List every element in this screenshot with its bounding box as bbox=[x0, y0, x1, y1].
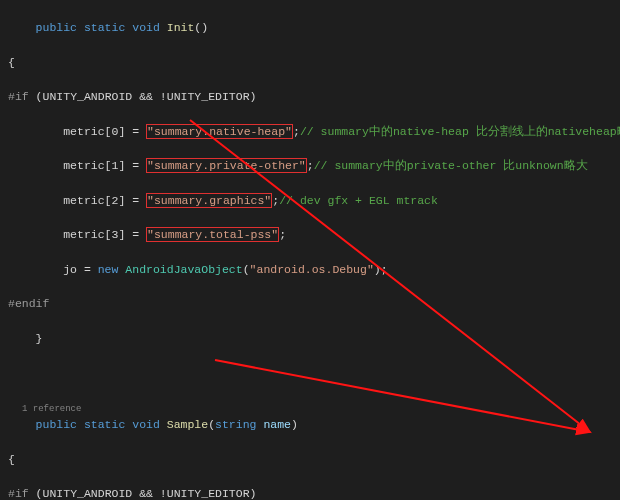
code-line: #if (UNITY_ANDROID && !UNITY_EDITOR) bbox=[0, 88, 620, 105]
highlighted-string: "summary.native-heap" bbox=[146, 124, 293, 139]
comment: // summary中的private-other 比unknown略大 bbox=[314, 159, 588, 172]
comment: // summary中的native-heap 比分割线上的nativeheap… bbox=[300, 125, 620, 138]
keyword: public static void bbox=[36, 418, 160, 431]
method-name: Init bbox=[160, 21, 195, 34]
code-line: public static void Init() bbox=[0, 19, 620, 36]
code-line: { bbox=[0, 451, 620, 468]
code-line: #if (UNITY_ANDROID && !UNITY_EDITOR) bbox=[0, 485, 620, 500]
preprocessor: #if bbox=[8, 487, 29, 500]
code-line: metric[0] = "summary.native-heap";// sum… bbox=[0, 123, 620, 140]
code-editor[interactable]: public static void Init() { #if (UNITY_A… bbox=[0, 0, 620, 500]
code-line: public static void Sample(string name) bbox=[0, 416, 620, 433]
code-line bbox=[0, 364, 620, 381]
method-name: Sample bbox=[160, 418, 208, 431]
highlighted-string: "summary.total-pss" bbox=[146, 227, 279, 242]
code-line: metric[3] = "summary.total-pss"; bbox=[0, 226, 620, 243]
keyword: public static void bbox=[36, 21, 160, 34]
code-line: #endif bbox=[0, 295, 620, 312]
code-line: jo = new AndroidJavaObject("android.os.D… bbox=[0, 261, 620, 278]
codelens-reference[interactable]: 1 reference bbox=[0, 404, 81, 414]
highlighted-string: "summary.private-other" bbox=[146, 158, 307, 173]
comment: // dev gfx + EGL mtrack bbox=[279, 194, 438, 207]
code-line: { bbox=[0, 54, 620, 71]
code-line: metric[2] = "summary.graphics";// dev gf… bbox=[0, 192, 620, 209]
preprocessor: #endif bbox=[8, 297, 49, 310]
highlighted-string: "summary.graphics" bbox=[146, 193, 272, 208]
code-line: metric[1] = "summary.private-other";// s… bbox=[0, 157, 620, 174]
preprocessor: #if bbox=[8, 90, 29, 103]
code-line: } bbox=[0, 330, 620, 347]
